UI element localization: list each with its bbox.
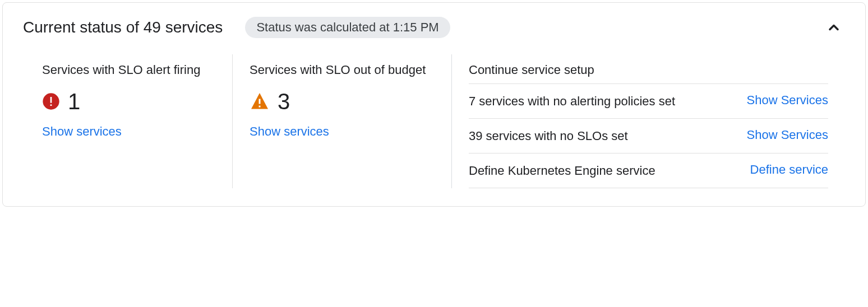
setup-row-link[interactable]: Show Services xyxy=(746,92,828,108)
svg-rect-4 xyxy=(259,106,261,108)
card-header: Current status of 49 services Status was… xyxy=(23,16,845,39)
setup-row: 7 services with no alerting policies set… xyxy=(469,83,828,118)
out-of-budget-count-row: 3 xyxy=(250,89,435,114)
setup-row: Define Kubernetes Engine service Define … xyxy=(469,153,828,188)
alert-firing-title: Services with SLO alert firing xyxy=(42,61,215,79)
svg-rect-2 xyxy=(50,105,52,106)
alert-firing-panel: Services with SLO alert firing 1 Show se… xyxy=(42,54,233,188)
setup-row-link[interactable]: Define service xyxy=(750,161,828,177)
out-of-budget-count: 3 xyxy=(278,89,290,114)
chevron-up-icon xyxy=(826,20,842,35)
alert-firing-count-row: 1 xyxy=(42,89,215,114)
alert-firing-show-link[interactable]: Show services xyxy=(42,124,122,138)
out-of-budget-show-link[interactable]: Show services xyxy=(250,124,329,138)
out-of-budget-panel: Services with SLO out of budget 3 Show s… xyxy=(233,54,451,188)
setup-row-text: 39 services with no SLOs set xyxy=(469,127,735,145)
warning-icon xyxy=(250,91,270,111)
collapse-button[interactable] xyxy=(823,16,845,39)
alert-firing-count: 1 xyxy=(68,89,80,114)
out-of-budget-title: Services with SLO out of budget xyxy=(250,61,435,79)
setup-row-text: Define Kubernetes Engine service xyxy=(469,161,739,180)
status-timestamp-chip: Status was calculated at 1:15 PM xyxy=(245,17,450,38)
setup-row-link[interactable]: Show Services xyxy=(746,127,828,142)
svg-rect-3 xyxy=(259,99,261,104)
continue-setup-title: Continue service setup xyxy=(469,54,828,79)
error-icon xyxy=(42,92,60,110)
svg-rect-1 xyxy=(50,97,52,103)
setup-row: 39 services with no SLOs set Show Servic… xyxy=(469,118,828,153)
card-title: Current status of 49 services xyxy=(23,18,223,36)
setup-row-text: 7 services with no alerting policies set xyxy=(469,92,735,110)
continue-setup-panel: Continue service setup 7 services with n… xyxy=(451,54,845,188)
status-columns: Services with SLO alert firing 1 Show se… xyxy=(23,54,845,188)
status-card: Current status of 49 services Status was… xyxy=(2,2,866,207)
